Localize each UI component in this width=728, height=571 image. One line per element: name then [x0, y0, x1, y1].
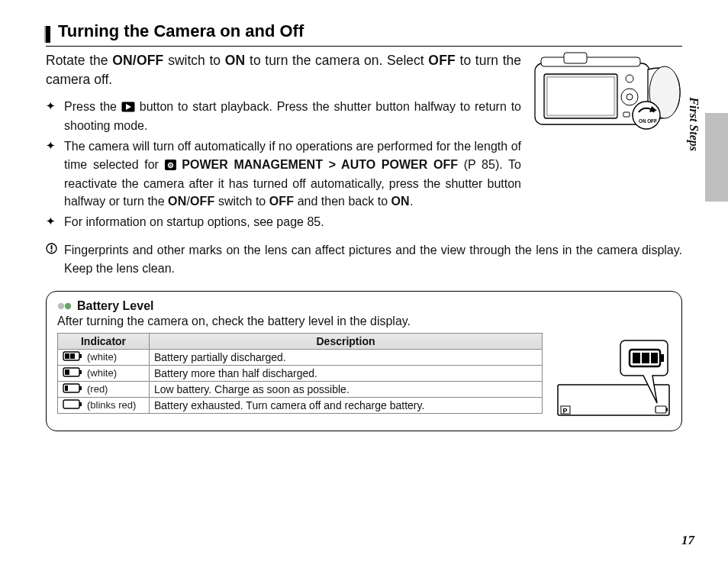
- bullet-item: ✦ The camera will turn off automatically…: [46, 137, 521, 210]
- table-row: (red)Low battery. Charge as soon as poss…: [58, 381, 543, 397]
- manual-page: First Steps Turning the Camera on and Of…: [0, 0, 728, 571]
- indicator-description: Battery more than half discharged.: [150, 365, 543, 381]
- wrench-icon: ⚙: [165, 157, 176, 175]
- svg-rect-23: [65, 353, 69, 359]
- svg-rect-12: [623, 112, 630, 117]
- svg-rect-41: [642, 353, 649, 363]
- indicator-label: (red): [87, 383, 108, 395]
- svg-point-20: [65, 302, 71, 308]
- caution-note: Fingerprints and other marks on the lens…: [46, 241, 682, 276]
- indicator-label: (white): [87, 367, 117, 379]
- heading-bullet-icon: [46, 26, 50, 43]
- svg-rect-42: [651, 353, 658, 363]
- col-description: Description: [150, 333, 543, 349]
- battery-level-box: Battery Level After turning the camera o…: [46, 291, 682, 431]
- note-bullet-icon: ✦: [46, 137, 58, 210]
- indicator-description: Battery exhausted. Turn camera off and r…: [150, 397, 543, 413]
- battery-indicator-icon: [63, 383, 82, 395]
- onoff-switch-label: ON OFF: [639, 118, 657, 124]
- indicator-label: (blinks red): [87, 399, 136, 411]
- intro-paragraph: Rotate the ON/OFF switch to ON to turn t…: [46, 51, 521, 234]
- bullet-item: ✦ For information on startup options, se…: [46, 213, 521, 231]
- svg-rect-22: [79, 354, 82, 358]
- svg-text:P: P: [563, 406, 568, 414]
- table-row: (blinks red)Battery exhausted. Turn came…: [58, 397, 543, 413]
- bullet-list: ✦ Press the button to start playback. Pr…: [46, 98, 521, 231]
- section-name-side: First Steps: [687, 97, 701, 151]
- svg-rect-32: [79, 402, 82, 406]
- note-dots-icon: [57, 302, 72, 311]
- svg-rect-6: [541, 57, 640, 66]
- page-heading: Turning the Camera on and Off: [58, 21, 304, 43]
- svg-rect-40: [633, 353, 640, 363]
- side-thumb-tab: [705, 113, 728, 202]
- battery-title: Battery Level: [77, 299, 154, 313]
- camera-display-illustration: P: [556, 333, 671, 421]
- table-row: (white)Battery partially discharged.: [58, 349, 543, 365]
- battery-subtitle: After turning the camera on, check the b…: [57, 315, 671, 328]
- bullet-item: ✦ Press the button to start playback. Pr…: [46, 98, 521, 134]
- svg-point-15: [633, 102, 660, 129]
- heading-row: Turning the Camera on and Off: [46, 21, 682, 43]
- svg-rect-26: [79, 370, 82, 374]
- svg-rect-31: [63, 400, 79, 408]
- svg-rect-30: [65, 386, 68, 391]
- indicator-description: Battery partially discharged.: [150, 349, 543, 365]
- table-row: (white)Battery more than half discharged…: [58, 365, 543, 381]
- battery-indicator-icon: [63, 399, 82, 411]
- svg-rect-24: [70, 353, 75, 359]
- svg-rect-37: [666, 408, 668, 411]
- note-bullet-icon: ✦: [46, 213, 58, 231]
- svg-rect-29: [79, 386, 82, 390]
- heading-underline: [46, 46, 682, 47]
- camera-back-illustration: ON OFF: [533, 51, 682, 134]
- battery-indicator-icon: [63, 351, 82, 363]
- indicator-label: (white): [87, 351, 117, 363]
- page-number: 17: [681, 533, 694, 548]
- battery-indicator-icon: [63, 367, 82, 379]
- svg-point-19: [58, 302, 64, 308]
- svg-rect-27: [65, 369, 69, 375]
- svg-point-9: [626, 75, 633, 82]
- svg-rect-39: [660, 354, 664, 362]
- svg-rect-17: [51, 246, 53, 250]
- svg-rect-8: [547, 77, 614, 115]
- col-indicator: Indicator: [58, 333, 150, 349]
- indicator-description: Low battery. Charge as soon as possible.: [150, 381, 543, 397]
- svg-rect-14: [564, 53, 587, 63]
- svg-rect-18: [51, 250, 53, 252]
- note-bullet-icon: ✦: [46, 98, 58, 134]
- caution-icon: [46, 241, 58, 276]
- svg-point-11: [627, 94, 633, 100]
- battery-table: Indicator Description (white)Battery par…: [57, 333, 543, 414]
- playback-icon: [121, 99, 135, 117]
- svg-text:⚙: ⚙: [167, 161, 174, 169]
